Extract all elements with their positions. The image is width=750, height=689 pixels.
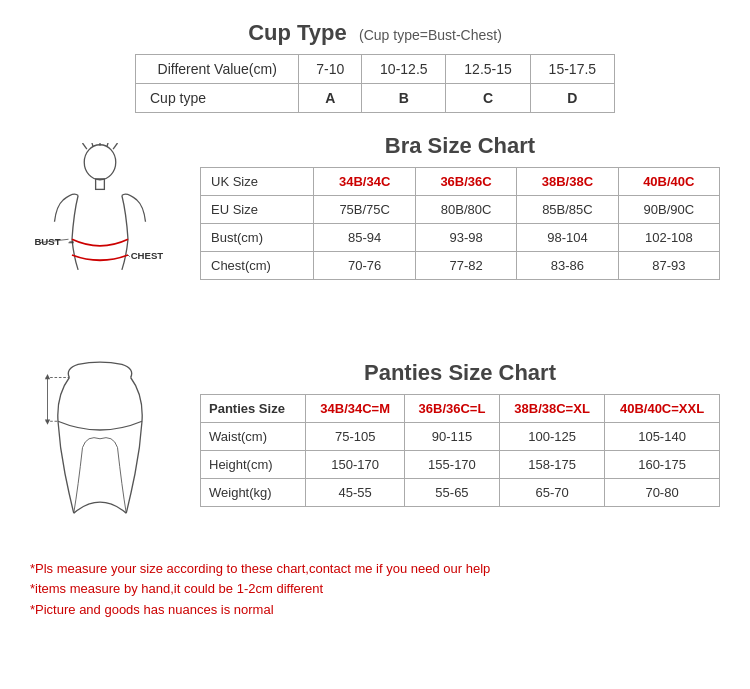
panties-row-waist: Waist(cm) 75-105 90-115 100-125 105-140 <box>201 422 720 450</box>
footer-note-2: *items measure by hand,it could be 1-2cm… <box>30 579 720 600</box>
bra-eu-label: EU Size <box>201 196 314 224</box>
cup-type-title: Cup Type (Cup type=Bust-Chest) <box>30 20 720 46</box>
panties-waist-label: Waist(cm) <box>201 422 306 450</box>
panties-height-3: 158-175 <box>500 450 605 478</box>
cup-b: B <box>362 84 446 113</box>
cup-header-10-12: 10-12.5 <box>362 55 446 84</box>
panties-section: Panties Size Chart Panties Size 34B/34C=… <box>30 360 720 539</box>
cup-type-subtitle: (Cup type=Bust-Chest) <box>359 27 502 43</box>
svg-line-11 <box>128 255 130 257</box>
panties-waist-3: 100-125 <box>500 422 605 450</box>
panties-header-xl: 38B/38C=XL <box>500 394 605 422</box>
panties-weight-label: Weight(kg) <box>201 478 306 506</box>
svg-line-5 <box>113 143 117 149</box>
bra-body-svg: BUST CHEST <box>30 143 170 336</box>
bra-bust-1: 85-94 <box>314 224 415 252</box>
svg-marker-17 <box>45 419 50 424</box>
panties-waist-1: 75-105 <box>306 422 404 450</box>
cup-type-section: Cup Type (Cup type=Bust-Chest) Different… <box>30 20 720 113</box>
panties-header-m: 34B/34C=M <box>306 394 404 422</box>
bra-row-chest: Chest(cm) 70-76 77-82 83-86 87-93 <box>201 252 720 280</box>
panties-title: Panties Size Chart <box>200 360 720 386</box>
svg-text:CHEST: CHEST <box>131 250 164 261</box>
panties-height-label: Height(cm) <box>201 450 306 478</box>
bra-row-uk: UK Size 34B/34C 36B/36C 38B/38C 40B/40C <box>201 168 720 196</box>
svg-line-4 <box>107 143 109 147</box>
panties-header-row: Panties Size 34B/34C=M 36B/36C=L 38B/38C… <box>201 394 720 422</box>
bra-uk-2: 36B/36C <box>415 168 516 196</box>
bra-title: Bra Size Chart <box>200 133 720 159</box>
svg-point-0 <box>84 145 116 180</box>
cup-header-12-15: 12.5-15 <box>446 55 530 84</box>
svg-marker-16 <box>45 374 50 379</box>
panties-header-xxl: 40B/40C=XXL <box>605 394 720 422</box>
bra-uk-4: 40B/40C <box>618 168 719 196</box>
panties-row-weight: Weight(kg) 45-55 55-65 65-70 70-80 <box>201 478 720 506</box>
cup-header-15-17: 15-17.5 <box>530 55 614 84</box>
svg-text:BUST: BUST <box>34 236 60 247</box>
bra-eu-1: 75B/75C <box>314 196 415 224</box>
panties-header-l: 36B/36C=L <box>404 394 499 422</box>
bra-row-bust: Bust(cm) 85-94 93-98 98-104 102-108 <box>201 224 720 252</box>
bra-chest-3: 83-86 <box>517 252 618 280</box>
footer-note-3: *Picture and goods has nuances is normal <box>30 600 720 621</box>
bra-chest-1: 70-76 <box>314 252 415 280</box>
svg-line-1 <box>83 143 87 149</box>
bra-eu-3: 85B/85C <box>517 196 618 224</box>
bra-section-right: Bra Size Chart UK Size 34B/34C 36B/36C 3… <box>200 133 720 280</box>
bra-bust-4: 102-108 <box>618 224 719 252</box>
cup-header-7-10: 7-10 <box>299 55 362 84</box>
cup-type-title-text: Cup Type <box>248 20 347 45</box>
cup-type-table: Different Value(cm) 7-10 10-12.5 12.5-15… <box>135 54 615 113</box>
cup-c: C <box>446 84 530 113</box>
svg-line-2 <box>91 143 93 147</box>
cup-d: D <box>530 84 614 113</box>
svg-rect-6 <box>96 179 105 190</box>
cup-header-label: Different Value(cm) <box>136 55 299 84</box>
bra-bust-3: 98-104 <box>517 224 618 252</box>
bra-chest-label: Chest(cm) <box>201 252 314 280</box>
panties-height-1: 150-170 <box>306 450 404 478</box>
bra-bust-label: Bust(cm) <box>201 224 314 252</box>
bra-uk-3: 38B/38C <box>517 168 618 196</box>
bra-row-eu: EU Size 75B/75C 80B/80C 85B/85C 90B/90C <box>201 196 720 224</box>
panties-size-header: Panties Size <box>201 394 306 422</box>
panties-weight-2: 55-65 <box>404 478 499 506</box>
panties-waist-2: 90-115 <box>404 422 499 450</box>
bra-table: UK Size 34B/34C 36B/36C 38B/38C 40B/40C … <box>200 167 720 280</box>
bra-eu-2: 80B/80C <box>415 196 516 224</box>
bra-uk-1: 34B/34C <box>314 168 415 196</box>
panties-table: Panties Size 34B/34C=M 36B/36C=L 38B/38C… <box>200 394 720 507</box>
bra-bust-2: 93-98 <box>415 224 516 252</box>
footer-note-1: *Pls measure your size according to thes… <box>30 559 720 580</box>
bra-chest-2: 77-82 <box>415 252 516 280</box>
cup-type-row-label: Cup type <box>136 84 299 113</box>
bra-eu-4: 90B/90C <box>618 196 719 224</box>
panties-height-4: 160-175 <box>605 450 720 478</box>
panties-illustration <box>30 360 190 539</box>
cup-a: A <box>299 84 362 113</box>
panties-weight-3: 65-70 <box>500 478 605 506</box>
bra-uk-label: UK Size <box>201 168 314 196</box>
bra-chest-4: 87-93 <box>618 252 719 280</box>
panties-weight-4: 70-80 <box>605 478 720 506</box>
bra-section: BUST CHEST Bra Size Chart UK Size 34B/34… <box>30 133 720 340</box>
bra-illustration: BUST CHEST <box>30 133 190 340</box>
panties-height-2: 155-170 <box>404 450 499 478</box>
panties-body-svg <box>30 360 170 535</box>
footer-notes: *Pls measure your size according to thes… <box>30 559 720 621</box>
panties-weight-1: 45-55 <box>306 478 404 506</box>
panties-waist-4: 105-140 <box>605 422 720 450</box>
panties-row-height: Height(cm) 150-170 155-170 158-175 160-1… <box>201 450 720 478</box>
panties-section-right: Panties Size Chart Panties Size 34B/34C=… <box>200 360 720 507</box>
